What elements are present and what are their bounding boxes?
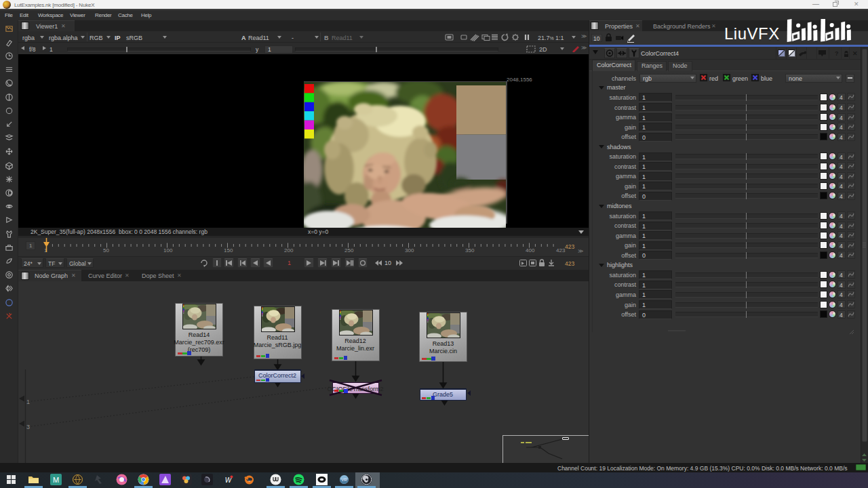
svg-text:3: 3 xyxy=(26,424,30,430)
svg-text:VR: VR xyxy=(341,478,347,482)
svg-text:1: 1 xyxy=(26,399,30,405)
svg-text:M: M xyxy=(53,476,59,484)
